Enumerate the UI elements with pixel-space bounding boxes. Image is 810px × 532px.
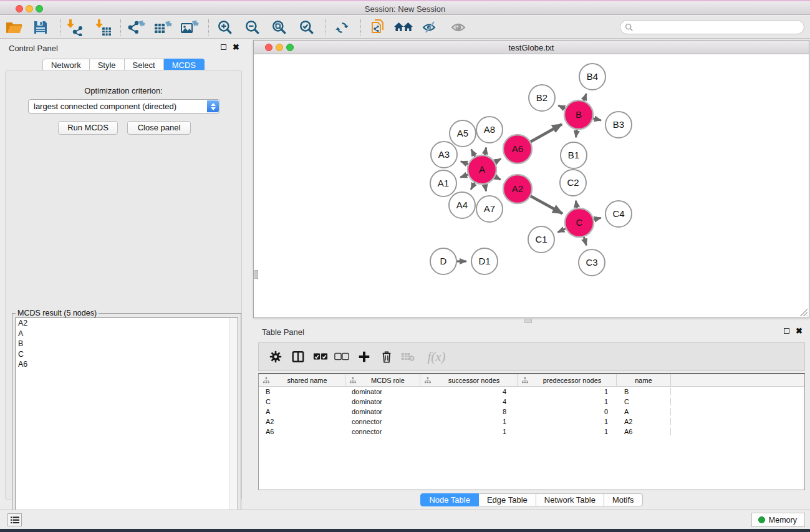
table-header-row: shared name MCDS role successor nodes [259, 374, 804, 387]
save-session-button[interactable] [29, 17, 52, 38]
hide-graphics-details-button[interactable] [420, 17, 442, 38]
table-row[interactable]: Bdominator41B [259, 387, 804, 397]
search-input[interactable] [636, 23, 792, 32]
graph-node-D[interactable]: D [430, 248, 456, 274]
mcds-result-item[interactable]: A6 [16, 359, 238, 370]
svg-text:B2: B2 [536, 92, 547, 103]
show-graphics-details-button[interactable] [448, 17, 470, 38]
graph-node-B[interactable]: B [564, 100, 593, 129]
graph-node-A4[interactable]: A4 [449, 192, 475, 218]
tab-edge-table[interactable]: Edge Table [479, 493, 536, 506]
search-field[interactable] [620, 20, 804, 34]
graph-node-A2[interactable]: A2 [503, 175, 532, 203]
table-cell: A2 [259, 418, 345, 425]
show-columns-button[interactable] [289, 347, 307, 366]
table-settings-button[interactable] [266, 347, 285, 366]
graph-node-A5[interactable]: A5 [450, 120, 476, 147]
delete-table-button[interactable] [398, 347, 417, 366]
graph-node-B2[interactable]: B2 [529, 85, 555, 111]
export-table-button[interactable] [152, 17, 174, 38]
network-canvas[interactable]: B4B2BB3A8A5A6A3B1AC2A1A2A4A7C4CC1C3DD1 [254, 55, 809, 317]
graph-node-D1[interactable]: D1 [471, 248, 498, 274]
graph-node-A1[interactable]: A1 [430, 170, 456, 196]
graph-edge-A6-B[interactable] [529, 124, 562, 142]
graph-node-C[interactable]: C [565, 208, 594, 237]
table-cell: A6 [617, 428, 671, 435]
graph-node-A7[interactable]: A7 [476, 196, 503, 222]
delete-columns-button[interactable] [377, 347, 396, 366]
window-resize-grip[interactable] [800, 309, 808, 316]
zoom-selected-button[interactable] [296, 17, 318, 38]
mcds-result-title: MCDS result (5 nodes) [16, 309, 99, 317]
table-cell: 1 [518, 428, 617, 435]
tab-network-table[interactable]: Network Table [536, 493, 604, 506]
mcds-result-item[interactable]: A2 [16, 318, 238, 329]
function-builder-button[interactable]: f(x) [422, 347, 451, 366]
zoom-in-button[interactable] [214, 17, 236, 38]
import-network-button[interactable] [64, 17, 86, 38]
column-header-shared-name[interactable]: shared name [259, 374, 345, 386]
criterion-select[interactable]: largest connected component (directed) [28, 99, 220, 114]
column-header-successor-nodes[interactable]: successor nodes [420, 374, 518, 386]
graph-node-C2[interactable]: C2 [560, 170, 586, 196]
trash-icon [380, 350, 393, 364]
zoom-fit-button[interactable] [268, 17, 291, 38]
graph-edge-A2-C[interactable] [529, 196, 562, 214]
tab-node-table[interactable]: Node Table [420, 493, 479, 506]
graph-node-C4[interactable]: C4 [605, 201, 632, 227]
column-header-predecessor-nodes[interactable]: predecessor nodes [518, 374, 617, 386]
mcds-result-item[interactable]: B [16, 339, 238, 349]
export-network-button[interactable] [125, 17, 147, 38]
mcds-result-group: MCDS result (5 nodes) A2ABCA6 [12, 313, 241, 525]
graph-node-B3[interactable]: B3 [605, 112, 632, 138]
graph-node-C3[interactable]: C3 [579, 249, 605, 276]
close-panel-button[interactable]: Close panel [127, 121, 191, 135]
graph-node-C1[interactable]: C1 [528, 226, 554, 253]
unselect-all-columns-button[interactable] [332, 347, 351, 366]
gear-icon [269, 350, 282, 364]
graph-node-A3[interactable]: A3 [431, 142, 457, 168]
open-session-button[interactable] [3, 17, 26, 38]
graph-node-B1[interactable]: B1 [561, 142, 587, 168]
toolbar-separator [120, 19, 121, 36]
column-type-icon [522, 377, 528, 384]
graph-edge-C-C3[interactable] [584, 236, 587, 245]
task-history-button[interactable] [7, 513, 22, 526]
zoom-out-button[interactable] [241, 17, 264, 38]
graph-edge-C-C1[interactable] [558, 228, 567, 232]
float-panel-icon[interactable] [784, 328, 789, 334]
table-row[interactable]: A6connector11A6 [259, 427, 804, 437]
select-all-columns-button[interactable] [311, 347, 330, 366]
column-header-name[interactable]: name [617, 374, 671, 386]
export-image-button[interactable] [178, 17, 201, 38]
select-stepper-icon [207, 100, 219, 112]
column-header-mcds-role[interactable]: MCDS role [345, 374, 420, 386]
show-all-networks-button[interactable] [393, 17, 415, 38]
clone-network-button[interactable] [367, 17, 389, 38]
create-column-button[interactable] [355, 347, 374, 366]
pane-divider-handle[interactable] [254, 270, 258, 279]
graph-node-A6[interactable]: A6 [503, 135, 532, 163]
scrollbar-track[interactable] [229, 318, 238, 521]
mcds-result-item[interactable]: A [16, 329, 238, 339]
table-row[interactable]: Adominator80A [259, 407, 804, 417]
memory-button[interactable]: Memory [751, 513, 805, 527]
float-panel-icon[interactable] [221, 44, 226, 50]
graph-node-A8[interactable]: A8 [476, 117, 503, 143]
run-mcds-button[interactable]: Run MCDS [58, 121, 118, 135]
graph-node-B4[interactable]: B4 [579, 64, 605, 90]
import-table-button[interactable] [92, 17, 115, 38]
mcds-result-list[interactable]: A2ABCA6 [15, 317, 238, 522]
close-panel-icon[interactable]: ✖ [796, 328, 803, 334]
split-pane-handle[interactable] [524, 319, 532, 323]
graph-node-A[interactable]: A [468, 155, 496, 184]
main-toolbar [0, 16, 810, 39]
memory-status-icon [758, 516, 765, 523]
search-icon [625, 23, 634, 32]
mcds-result-item[interactable]: C [16, 349, 238, 360]
table-row[interactable]: Cdominator41C [259, 397, 804, 407]
tab-motifs[interactable]: Motifs [604, 493, 643, 506]
table-row[interactable]: A2connector11A2 [259, 417, 804, 427]
apply-layout-button[interactable] [330, 17, 353, 38]
close-panel-icon[interactable]: ✖ [233, 44, 239, 50]
